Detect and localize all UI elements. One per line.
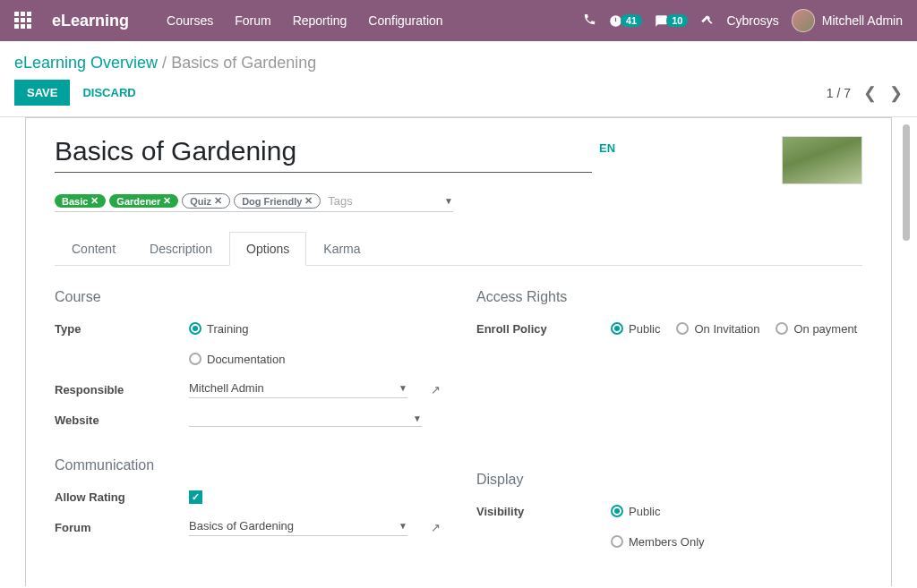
tabs: Content Description Options Karma bbox=[55, 232, 862, 266]
tags-placeholder: Tags bbox=[328, 194, 352, 208]
radio-visibility-members[interactable]: Members Only bbox=[611, 535, 705, 549]
label-allow-rating: Allow Rating bbox=[55, 490, 189, 504]
radio-enroll-invitation[interactable]: On Invitation bbox=[676, 322, 759, 336]
radio-type-documentation[interactable]: Documentation bbox=[189, 353, 285, 366]
activity-badge: 41 bbox=[621, 14, 642, 27]
tag-gardener[interactable]: Gardener✕ bbox=[109, 194, 178, 208]
breadcrumb: eLearning Overview / Basics of Gardening bbox=[0, 41, 917, 76]
tag-quiz[interactable]: Quiz✕ bbox=[182, 193, 230, 209]
scrollbar[interactable] bbox=[903, 124, 910, 241]
caret-down-icon: ▼ bbox=[399, 521, 407, 531]
responsible-input[interactable]: Mitchell Admin▼ bbox=[189, 381, 407, 398]
radio-enroll-public[interactable]: Public bbox=[611, 322, 660, 336]
company-name[interactable]: Cybrosys bbox=[726, 13, 778, 28]
course-title-input[interactable]: Basics of Gardening bbox=[55, 136, 592, 173]
phone-icon[interactable] bbox=[583, 13, 596, 29]
section-communication: Communication bbox=[55, 457, 441, 473]
caret-down-icon: ▼ bbox=[399, 383, 407, 393]
tab-content[interactable]: Content bbox=[55, 232, 133, 266]
nav-menu: Courses Forum Reporting Configuration bbox=[158, 8, 452, 33]
nav-right: 41 10 Cybrosys Mitchell Admin bbox=[583, 9, 903, 32]
tab-description[interactable]: Description bbox=[133, 232, 229, 266]
tag-remove-icon[interactable]: ✕ bbox=[214, 195, 222, 207]
messages-badge: 10 bbox=[666, 14, 688, 27]
tag-basic[interactable]: Basic✕ bbox=[55, 194, 106, 208]
user-name: Mitchell Admin bbox=[822, 13, 903, 28]
label-website: Website bbox=[55, 413, 189, 427]
label-responsible: Responsible bbox=[55, 383, 189, 396]
tag-remove-icon[interactable]: ✕ bbox=[304, 195, 313, 207]
save-button[interactable]: SAVE bbox=[14, 80, 70, 106]
user-menu[interactable]: Mitchell Admin bbox=[792, 9, 903, 32]
label-visibility: Visibility bbox=[476, 505, 611, 518]
tag-remove-icon[interactable]: ✕ bbox=[163, 195, 171, 207]
pager-text: 1 / 7 bbox=[827, 86, 851, 100]
external-link-icon[interactable]: ↗ bbox=[431, 521, 441, 534]
language-chip[interactable]: EN bbox=[599, 141, 615, 155]
nav-forum[interactable]: Forum bbox=[226, 8, 279, 33]
breadcrumb-current: Basics of Gardening bbox=[171, 54, 316, 72]
tags-input[interactable]: Basic✕ Gardener✕ Quiz✕ Dog Friendly✕ Tag… bbox=[55, 193, 453, 212]
section-display: Display bbox=[476, 472, 862, 488]
activity-indicator[interactable]: 41 bbox=[609, 14, 642, 28]
app-brand: eLearning bbox=[52, 12, 129, 30]
top-navbar: eLearning Courses Forum Reporting Config… bbox=[0, 0, 917, 41]
section-course: Course bbox=[55, 289, 441, 305]
pager-prev-icon[interactable]: ❮ bbox=[863, 83, 877, 103]
nav-reporting[interactable]: Reporting bbox=[284, 8, 356, 33]
tags-caret-icon[interactable]: ▼ bbox=[444, 196, 453, 206]
form-sheet: Basics of Gardening EN Basic✕ Gardener✕ … bbox=[25, 117, 892, 586]
radio-enroll-payment[interactable]: On payment bbox=[776, 322, 857, 336]
breadcrumb-root[interactable]: eLearning Overview bbox=[14, 54, 158, 72]
external-link-icon[interactable]: ↗ bbox=[431, 383, 441, 396]
discard-button[interactable]: DISCARD bbox=[70, 80, 148, 106]
nav-configuration[interactable]: Configuration bbox=[359, 8, 451, 33]
messages-indicator[interactable]: 10 bbox=[655, 14, 688, 28]
tab-options[interactable]: Options bbox=[229, 232, 306, 266]
label-type: Type bbox=[55, 322, 189, 336]
forum-input[interactable]: Basics of Gardening▼ bbox=[189, 519, 407, 536]
section-access-rights: Access Rights bbox=[476, 289, 862, 305]
tab-karma[interactable]: Karma bbox=[306, 232, 377, 266]
website-input[interactable]: ▼ bbox=[189, 413, 422, 427]
radio-visibility-public[interactable]: Public bbox=[611, 505, 660, 518]
label-forum: Forum bbox=[55, 521, 189, 534]
breadcrumb-sep: / bbox=[162, 54, 167, 72]
tag-dog-friendly[interactable]: Dog Friendly✕ bbox=[234, 193, 321, 209]
avatar bbox=[792, 9, 815, 32]
action-bar: SAVE DISCARD 1 / 7 ❮ ❯ bbox=[0, 76, 917, 116]
tools-icon[interactable] bbox=[700, 13, 714, 29]
pager: 1 / 7 ❮ ❯ bbox=[827, 83, 903, 103]
checkbox-allow-rating[interactable]: ✓ bbox=[189, 490, 202, 504]
caret-down-icon: ▼ bbox=[413, 413, 422, 423]
apps-icon[interactable] bbox=[14, 12, 32, 30]
label-enroll-policy: Enroll Policy bbox=[476, 322, 611, 336]
course-thumbnail[interactable] bbox=[782, 136, 862, 184]
tag-remove-icon[interactable]: ✕ bbox=[90, 195, 99, 207]
nav-courses[interactable]: Courses bbox=[158, 8, 222, 33]
pager-next-icon[interactable]: ❯ bbox=[889, 83, 903, 103]
radio-type-training[interactable]: Training bbox=[189, 322, 248, 336]
